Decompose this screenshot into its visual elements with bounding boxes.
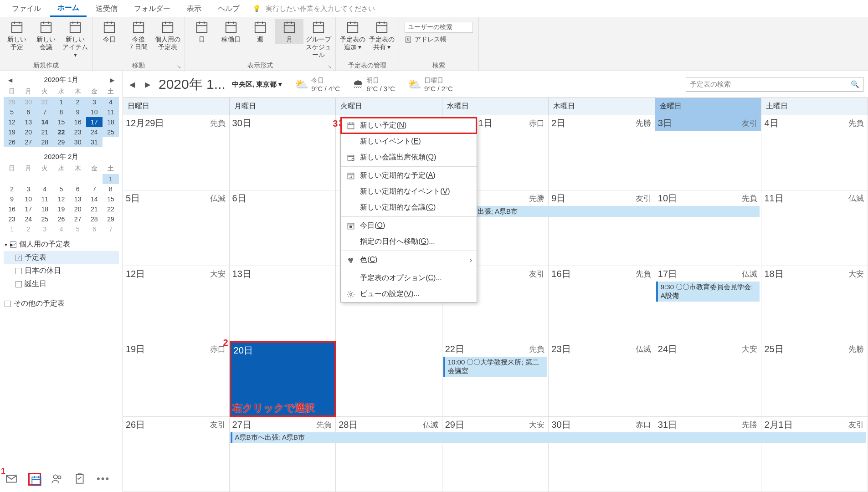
mini-day[interactable]: 24 <box>86 127 103 137</box>
mini-day[interactable]: 3 <box>86 97 103 107</box>
mini-day[interactable]: 5 <box>70 224 86 234</box>
ribbon-new-appt[interactable]: 新しい予定 <box>3 19 31 52</box>
menu-tab-2[interactable]: 送受信 <box>88 1 125 16</box>
mini-day[interactable]: 11 <box>103 107 119 117</box>
ribbon-personal-cal[interactable]: 個人用の予定表 <box>154 19 182 52</box>
calendar-cell[interactable]: 18日大安 <box>761 266 868 341</box>
mini-day[interactable]: 3 <box>36 224 53 234</box>
ctx-new-recur-appt[interactable]: 新しい定期的な予定(A) <box>341 168 477 184</box>
menu-tab-3[interactable]: フォルダー <box>127 1 178 16</box>
calendar-cell[interactable]: 12月29日先負 <box>123 115 230 190</box>
ctx-new-meeting-req[interactable]: 新しい会議出席依頼(Q) <box>341 149 477 165</box>
ctx-new-recur-event[interactable]: 新しい定期的なイベント(V) <box>341 184 477 200</box>
mini-day[interactable]: 3 <box>20 184 36 194</box>
mini-day[interactable] <box>4 174 20 184</box>
calendar-cell[interactable] <box>336 341 442 416</box>
ribbon-view-group[interactable]: グループスケジュール <box>304 19 333 59</box>
calendar-cell[interactable]: 29日大安 <box>442 417 549 492</box>
checkbox-icon[interactable] <box>15 281 22 287</box>
ctx-goto-today[interactable]: 今日(O) <box>341 218 477 234</box>
calendar-cell[interactable]: 19日赤口 <box>123 341 230 416</box>
ribbon-new-items[interactable]: 新しいアイテム ▾ <box>61 19 89 59</box>
ribbon-view-day[interactable]: 日 <box>188 19 216 44</box>
mini-day[interactable]: 8 <box>103 184 119 194</box>
calendar-cell[interactable]: 6日 <box>230 190 336 266</box>
tree-item[interactable]: 日本の休日 <box>4 264 119 277</box>
calendar-cell[interactable]: 13日 <box>230 266 336 341</box>
calendar-cell[interactable]: 17日仏滅 <box>655 266 762 341</box>
ctx-goto-date[interactable]: 指定の日付へ移動(G)... <box>341 234 477 250</box>
calendar-event[interactable]: 10:00 〇〇大学教授来所; 第二会議室 <box>443 357 547 377</box>
mini-day[interactable]: 11 <box>36 194 53 204</box>
mini-day[interactable]: 9 <box>4 194 20 204</box>
mini-day[interactable]: 26 <box>4 137 20 147</box>
mini-day[interactable]: 7 <box>36 107 53 117</box>
mini-day[interactable] <box>36 174 53 184</box>
ctx-view-settings[interactable]: ビューの設定(V)... <box>341 286 477 302</box>
mini-day[interactable]: 28 <box>86 214 103 224</box>
calendar-cell[interactable]: 24日大安 <box>655 341 762 416</box>
calendar-cell[interactable]: 4日先負 <box>761 115 868 190</box>
mini-day[interactable]: 26 <box>53 214 69 224</box>
ribbon-next7[interactable]: 今後7 日間 <box>124 19 153 52</box>
calendar-cell[interactable]: 12日大安 <box>123 266 230 341</box>
ribbon-add-cal[interactable]: 予定表の追加 ▾ <box>339 19 367 52</box>
ribbon-today[interactable]: 今日 <box>95 19 123 44</box>
mini-day[interactable]: 28 <box>36 137 53 147</box>
mini-day[interactable]: 31 <box>36 97 53 107</box>
menu-tab-5[interactable]: ヘルプ <box>211 1 247 16</box>
calendar-cell[interactable]: 2日先勝 <box>549 115 655 190</box>
mini-day[interactable]: 15 <box>103 194 119 204</box>
mini-day[interactable]: 1 <box>53 97 69 107</box>
mini-day[interactable]: 24 <box>20 214 36 224</box>
people-icon[interactable] <box>51 473 64 486</box>
mini-day[interactable]: 10 <box>86 107 103 117</box>
mini-day[interactable]: 29 <box>4 97 20 107</box>
mini-day[interactable]: 16 <box>4 204 20 214</box>
calendar-cell[interactable]: 2月1日友引 <box>761 417 868 492</box>
calendar-cell[interactable]: 16日先負 <box>549 266 655 341</box>
prev-month-button[interactable]: ◀ <box>8 77 12 83</box>
calendar-cell[interactable]: 22日先負 <box>442 341 549 416</box>
calendar-cell[interactable]: 9日友引 <box>549 190 655 266</box>
mini-day[interactable]: 6 <box>20 107 36 117</box>
mini-day[interactable]: 7 <box>103 224 119 234</box>
tree-item[interactable]: 予定表 <box>4 251 119 264</box>
mini-day[interactable]: 15 <box>53 117 69 127</box>
calendar-search-input[interactable]: 予定表の検索 🔍 <box>686 77 863 92</box>
mini-day[interactable]: 5 <box>4 107 20 117</box>
mini-day[interactable]: 6 <box>70 184 86 194</box>
calendar-cell[interactable]: 5日仏滅 <box>123 190 230 266</box>
mini-day[interactable]: 1 <box>4 224 20 234</box>
mini-day[interactable]: 6 <box>86 224 103 234</box>
ctx-new-appt[interactable]: 3新しい予定(N) <box>341 118 477 133</box>
mini-day[interactable]: 21 <box>36 127 53 137</box>
calendar-cell[interactable]: 31日先勝 <box>655 417 762 492</box>
menu-tab-1[interactable]: ホーム <box>50 0 87 17</box>
mini-day[interactable]: 2 <box>70 97 86 107</box>
mini-day[interactable]: 20 <box>70 204 86 214</box>
mini-day[interactable] <box>53 174 69 184</box>
ribbon-view-workweek[interactable]: 稼働日 <box>217 19 245 44</box>
mini-day[interactable]: 12 <box>53 194 69 204</box>
mini-day[interactable]: 13 <box>20 117 36 127</box>
mini-day[interactable]: 2 <box>20 224 36 234</box>
tree-group-other[interactable]: その他の予定表 <box>4 297 119 310</box>
mini-day[interactable]: 7 <box>86 184 103 194</box>
tree-group-personal[interactable]: ▾■ 個人用の予定表 <box>4 238 119 251</box>
location-dropdown[interactable]: 中央区, 東京都 ▾ <box>232 80 282 89</box>
calendar-cell[interactable]: 25日先勝 <box>761 341 868 416</box>
calendar-cell[interactable]: 3日友引 <box>655 115 762 190</box>
mini-day[interactable]: 30 <box>20 97 36 107</box>
calendar-cell[interactable]: 30日赤口 <box>549 417 655 492</box>
calendar-cell[interactable]: 11日仏滅 <box>761 190 868 266</box>
calendar-grid[interactable]: 12月29日先負30日31日大安20年1月1日赤口2日先勝3日友引4日先負5日仏… <box>123 115 868 492</box>
mini-day[interactable]: 19 <box>4 127 20 137</box>
calendar-cell[interactable]: 27日先負 <box>230 417 336 492</box>
menu-tab-4[interactable]: 表示 <box>180 1 209 16</box>
more-icon[interactable]: ••• <box>97 473 109 486</box>
mini-day[interactable]: 8 <box>53 107 69 117</box>
ribbon-share-cal[interactable]: 予定表の共有 ▾ <box>368 19 396 52</box>
mini-day[interactable]: 2 <box>4 184 20 194</box>
mini-day[interactable]: 12 <box>4 117 20 127</box>
